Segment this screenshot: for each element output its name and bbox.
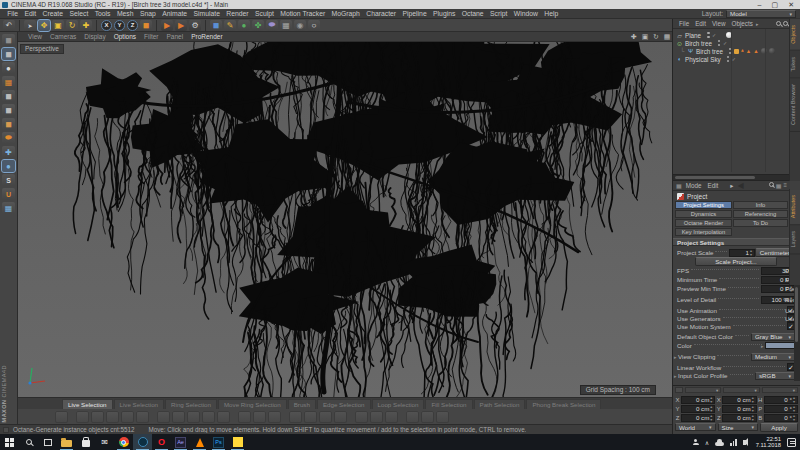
menu-motion-tracker[interactable]: Motion Tracker xyxy=(277,10,328,17)
om-menu-file[interactable]: File xyxy=(676,20,692,27)
scale-tool-icon[interactable]: ▣ xyxy=(52,20,64,31)
tag-icon[interactable]: ✓ xyxy=(723,40,727,46)
vp-menu-panel[interactable]: Panel xyxy=(163,33,188,40)
grid-snap-icon[interactable]: ▦ xyxy=(2,202,15,214)
history-fwd-icon[interactable]: ▸ xyxy=(728,182,735,189)
people-tray-icon[interactable] xyxy=(693,439,699,445)
rot-b-input[interactable]: 0 °▴▾ xyxy=(764,414,798,422)
tab-dynamics[interactable]: Dynamics xyxy=(675,210,732,218)
onedrive-icon[interactable] xyxy=(715,442,724,446)
tool-tab-brush[interactable]: Brush xyxy=(288,399,316,409)
chevron-up-icon[interactable]: ∧ xyxy=(705,439,709,446)
tool-tab-ring-selection[interactable]: Ring Selection xyxy=(165,399,217,409)
viewport[interactable]: Perspective Grid Spacing : 100 cm xyxy=(18,42,672,397)
rotate-tool-icon[interactable]: ↻ xyxy=(66,20,78,31)
size-x-input[interactable]: 0 cm▴▾ xyxy=(722,396,756,404)
size-mode-dropdown[interactable]: Size▾ xyxy=(718,423,759,431)
tool-tab-live-selection[interactable]: Live Selection xyxy=(114,399,165,409)
toggle-view-icon[interactable]: ▦ xyxy=(662,33,672,41)
visibility-dots[interactable] xyxy=(728,48,732,55)
taskbar-photoshop[interactable]: Ps xyxy=(209,434,228,450)
last-tool-icon[interactable]: ✚ xyxy=(80,20,92,31)
menu-simulate[interactable]: Simulate xyxy=(190,10,223,17)
tab-takes[interactable]: Takes xyxy=(790,51,800,78)
menu-icon[interactable]: ≡ xyxy=(783,182,787,189)
view-label[interactable]: Perspective xyxy=(20,44,64,54)
menu-character[interactable]: Character xyxy=(363,10,399,17)
visibility-dots[interactable] xyxy=(706,32,710,39)
menu-select[interactable]: Select xyxy=(66,10,91,17)
lock-icon[interactable]: ▦ xyxy=(776,182,782,189)
magnet-snap-icon[interactable]: U xyxy=(2,188,15,200)
tag-icon[interactable]: ✓ xyxy=(712,32,716,38)
tag-icon[interactable]: ✓ xyxy=(732,56,736,62)
task-view-button[interactable] xyxy=(38,434,57,450)
tab-objects[interactable]: Objects xyxy=(790,19,800,51)
scrollbar-thumb[interactable] xyxy=(795,287,798,342)
search-icon[interactable] xyxy=(769,182,774,187)
vp-menu-view[interactable]: View xyxy=(24,33,46,40)
default-object-color-dropdown[interactable]: Gray Blue▾ xyxy=(751,333,795,341)
menu-animate[interactable]: Animate xyxy=(159,10,190,17)
object-row-birch-child[interactable]: └ Ψ Birch tree ▾ ▲ ▲ xyxy=(673,47,788,55)
network-icon[interactable] xyxy=(730,439,737,446)
menu-render[interactable]: Render xyxy=(223,10,252,17)
tab-attributes[interactable]: Attributes xyxy=(790,189,800,225)
menu-sculpt[interactable]: Sculpt xyxy=(252,10,277,17)
om-menu-objects[interactable]: Objects xyxy=(729,20,756,27)
pan-view-icon[interactable]: ✚ xyxy=(629,33,639,41)
taskbar-mail[interactable]: ✉ xyxy=(95,434,114,450)
vp-menu-display[interactable]: Display xyxy=(80,33,109,40)
vp-menu-cameras[interactable]: Cameras xyxy=(46,33,80,40)
menu-create[interactable]: Create xyxy=(39,10,66,17)
menu-plugins[interactable]: Plugins xyxy=(430,10,459,17)
tab-project-settings[interactable]: Project Settings xyxy=(675,201,732,209)
subdivision-surface-icon[interactable]: ● xyxy=(238,20,250,31)
apply-button[interactable]: Apply xyxy=(760,423,798,432)
tab-info[interactable]: Info xyxy=(733,201,788,209)
scale-project-button[interactable]: Scale Project... xyxy=(695,257,777,266)
mouse-input-icon[interactable]: ● xyxy=(2,160,15,172)
menu-mesh[interactable]: Mesh xyxy=(114,10,137,17)
tab-to-do[interactable]: To Do xyxy=(733,219,788,227)
tool-tab-fill-selection[interactable]: Fill Selection xyxy=(425,399,472,409)
vp-menu-options[interactable]: Options xyxy=(110,33,140,40)
om-horizontal-scrollbar[interactable] xyxy=(673,174,790,180)
undo-icon[interactable]: ↶ xyxy=(3,20,15,31)
menu-help[interactable]: Help xyxy=(541,10,561,17)
move-tool-icon[interactable]: ✥ xyxy=(38,20,50,31)
render-settings-icon[interactable]: ⚙ xyxy=(189,20,201,31)
menu-tools[interactable]: Tools xyxy=(91,10,113,17)
layout-dropdown[interactable]: Model▾ xyxy=(726,10,796,18)
deformer-icon[interactable]: ⬬ xyxy=(266,20,278,31)
selection-tool-icon[interactable]: ➤ xyxy=(24,20,36,31)
tab-octane-render[interactable]: Octane Render xyxy=(675,219,732,227)
am-menu-edit[interactable]: Edit xyxy=(705,182,720,189)
taskbar-opera[interactable]: O xyxy=(152,434,171,450)
lock-x-axis-button[interactable]: X xyxy=(101,20,112,31)
add-primitive-icon[interactable]: ◼ xyxy=(210,20,222,31)
menu-snap[interactable]: Snap xyxy=(137,10,159,17)
menu-mograph[interactable]: MoGraph xyxy=(328,10,363,17)
size-y-input[interactable]: 0 cm▴▾ xyxy=(722,405,756,413)
taskbar-after-effects[interactable]: Ae xyxy=(171,434,190,450)
am-vertical-scrollbar[interactable] xyxy=(794,285,800,381)
workplane-mode-icon[interactable]: ▦ xyxy=(2,76,15,88)
material-chip-dark[interactable] xyxy=(769,48,775,54)
taskbar-store[interactable] xyxy=(76,434,95,450)
volume-icon[interactable] xyxy=(743,440,746,445)
menu-pipeline[interactable]: Pipeline xyxy=(399,10,430,17)
coordinate-system-icon[interactable]: ◼ xyxy=(140,20,152,31)
rot-h-input[interactable]: 0 °▴▾ xyxy=(764,396,798,404)
tab-content-browser[interactable]: Content Browser xyxy=(790,78,800,132)
view-clipping-dropdown[interactable]: Medium▾ xyxy=(751,353,795,361)
scrollbar-thumb[interactable] xyxy=(675,176,755,179)
polygons-mode-icon[interactable]: ◼ xyxy=(2,118,15,130)
tool-tab-move-ring-selection[interactable]: Move Ring Selection xyxy=(218,399,287,409)
pos-z-input[interactable]: 0 cm▴▾ xyxy=(681,414,715,422)
color-swatch[interactable] xyxy=(765,342,795,349)
lock-z-axis-button[interactable]: Z xyxy=(127,20,138,31)
maximize-button[interactable]: ▢ xyxy=(772,1,779,9)
zoom-view-icon[interactable]: ▣ xyxy=(640,33,650,41)
menu-edit[interactable]: Edit xyxy=(21,10,39,17)
